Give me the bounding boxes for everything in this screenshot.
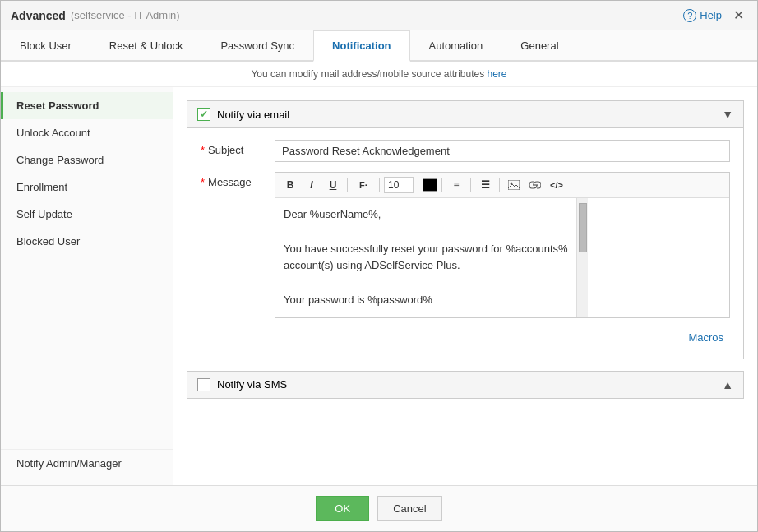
sms-notify-section: Notify via SMS ▲	[187, 371, 744, 399]
message-line-1: Dear %userName%,	[284, 206, 568, 224]
subject-label: * Subject	[201, 140, 275, 156]
email-notify-section: ✓ Notify via email ▼ * Subject	[187, 100, 744, 359]
toolbar-sep-1	[347, 178, 348, 192]
image-button[interactable]	[504, 176, 524, 194]
list-button[interactable]: ☰	[475, 176, 495, 194]
ok-button[interactable]: OK	[316, 496, 369, 521]
tab-password-sync[interactable]: Password Sync	[201, 30, 313, 60]
sidebar-bottom-items: Notify Admin/Manager	[1, 449, 173, 485]
editor-content-area[interactable]: Dear %userName%, You have successfully r…	[275, 198, 576, 317]
sidebar-item-notify-admin[interactable]: Notify Admin/Manager	[1, 450, 173, 477]
email-collapse-button[interactable]: ▼	[722, 108, 733, 121]
info-bar: You can modify mail address/mobile sourc…	[1, 62, 757, 87]
help-button[interactable]: ? Help	[683, 9, 722, 22]
close-button[interactable]: ✕	[730, 7, 747, 23]
checkmark-icon: ✓	[200, 109, 208, 120]
message-line-6: Your password is %password%	[284, 292, 568, 309]
tab-reset-unlock[interactable]: Reset & Unlock	[90, 30, 202, 60]
message-label: * Message	[201, 172, 275, 188]
editor-scrollbar[interactable]	[576, 198, 588, 317]
email-header-left: ✓ Notify via email	[197, 108, 289, 121]
message-row: * Message B I U F·	[201, 172, 730, 318]
subject-label-text: Subject	[208, 144, 243, 156]
font-size-display: 10	[384, 177, 414, 193]
sidebar: Reset Password Unlock Account Change Pas…	[1, 87, 173, 485]
window-subtitle: (selfservice - IT Admin)	[71, 9, 180, 21]
sidebar-item-blocked-user[interactable]: Blocked User	[1, 228, 173, 255]
toolbar-sep-6	[499, 178, 500, 192]
sidebar-item-self-update[interactable]: Self Update	[1, 201, 173, 228]
help-label: Help	[700, 9, 722, 21]
email-notify-header: ✓ Notify via email ▼	[187, 101, 743, 128]
message-required-star: *	[201, 176, 205, 188]
message-line-4: account(s) using ADSelfService Plus.	[284, 257, 568, 275]
align-button[interactable]: ≡	[446, 176, 466, 194]
message-editor: B I U F· 10 ≡	[275, 172, 730, 318]
svg-rect-0	[508, 180, 520, 190]
link-button[interactable]	[525, 176, 545, 194]
toolbar-sep-2	[379, 178, 380, 192]
info-text: You can modify mail address/mobile sourc…	[251, 68, 487, 80]
message-line-3: You have successfully reset your passwor…	[284, 241, 568, 258]
color-picker-button[interactable]	[423, 178, 437, 192]
sms-notify-label: Notify via SMS	[217, 378, 287, 391]
footer: OK Cancel	[1, 485, 757, 531]
message-label-text: Message	[208, 176, 252, 188]
main-content: Reset Password Unlock Account Change Pas…	[1, 87, 757, 485]
scrollbar-thumb	[579, 203, 587, 252]
help-icon: ?	[683, 9, 696, 22]
tab-automation[interactable]: Automation	[410, 30, 502, 60]
bold-button[interactable]: B	[280, 176, 300, 194]
subject-input[interactable]	[275, 140, 730, 162]
sms-notify-header: Notify via SMS ▲	[187, 372, 743, 398]
tab-bar: Block User Reset & Unlock Password Sync …	[1, 30, 757, 62]
editor-toolbar: B I U F· 10 ≡	[275, 173, 729, 198]
underline-button[interactable]: U	[323, 176, 343, 194]
sms-notify-checkbox[interactable]	[197, 378, 210, 391]
right-panel: ✓ Notify via email ▼ * Subject	[173, 87, 757, 485]
email-notify-body: * Subject * Message	[187, 128, 743, 359]
sidebar-item-enrollment[interactable]: Enrollment	[1, 173, 173, 201]
tab-general[interactable]: General	[501, 30, 577, 60]
window-title: Advanced	[11, 9, 66, 22]
toolbar-sep-5	[470, 178, 471, 192]
sms-header-left: Notify via SMS	[197, 378, 287, 391]
italic-button[interactable]: I	[302, 176, 321, 194]
main-window: Advanced (selfservice - IT Admin) ? Help…	[0, 0, 758, 532]
title-bar: Advanced (selfservice - IT Admin) ? Help…	[1, 1, 757, 30]
editor-scrollbar-wrap: Dear %userName%, You have successfully r…	[275, 198, 729, 317]
macros-row: Macros	[201, 328, 730, 347]
code-button[interactable]: </>	[547, 176, 566, 194]
sidebar-item-unlock-account[interactable]: Unlock Account	[1, 119, 173, 146]
macros-link[interactable]: Macros	[688, 331, 723, 344]
toolbar-sep-4	[441, 178, 442, 192]
title-bar-right: ? Help ✕	[683, 7, 747, 23]
info-link[interactable]: here	[488, 68, 507, 80]
tab-block-user[interactable]: Block User	[1, 30, 90, 60]
toolbar-sep-3	[418, 178, 418, 192]
email-notify-label: Notify via email	[217, 109, 289, 121]
sidebar-item-change-password[interactable]: Change Password	[1, 146, 173, 173]
sidebar-item-reset-password[interactable]: Reset Password	[1, 92, 173, 119]
cancel-button[interactable]: Cancel	[377, 496, 441, 521]
subject-required-star: *	[201, 144, 205, 156]
sidebar-top-items: Reset Password Unlock Account Change Pas…	[1, 87, 173, 449]
email-notify-checkbox[interactable]: ✓	[197, 108, 210, 121]
subject-row: * Subject	[201, 140, 730, 162]
title-bar-left: Advanced (selfservice - IT Admin)	[11, 9, 180, 22]
sms-collapse-button[interactable]: ▲	[722, 378, 733, 391]
font-button[interactable]: F·	[352, 176, 375, 194]
tab-notification[interactable]: Notification	[313, 30, 410, 62]
